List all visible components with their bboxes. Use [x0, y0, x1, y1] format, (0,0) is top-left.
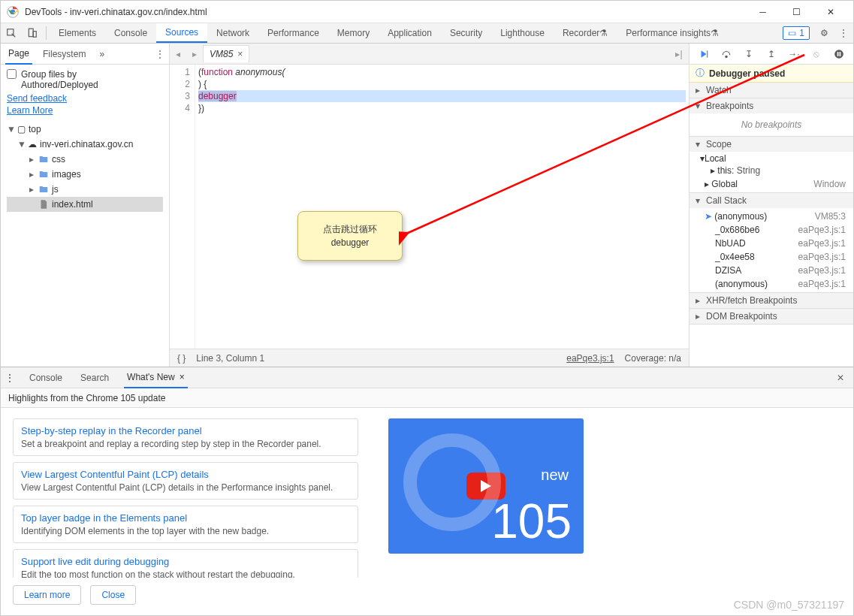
pause-exceptions-button[interactable]	[831, 46, 847, 62]
scope-local[interactable]: ▾Local	[690, 153, 853, 164]
whatsnew-card[interactable]: View Largest Contentful Paint (LCP) deta…	[13, 462, 358, 500]
card-title: Step-by-step replay in the Recorder pane…	[21, 425, 350, 436]
whatsnew-card[interactable]: Top layer badge in the Elements panelIde…	[13, 506, 358, 543]
source-link[interactable]: eaPqe3.js:1	[566, 353, 614, 364]
tab-console[interactable]: Console	[105, 23, 156, 43]
svg-rect-4	[33, 32, 36, 38]
navigator-tab-page[interactable]: Page	[5, 44, 32, 65]
tab-lighthouse[interactable]: Lighthouse	[491, 23, 554, 43]
promo-video[interactable]: new 105	[388, 418, 584, 554]
card-title: Top layer badge in the Elements panel	[21, 512, 350, 524]
tab-network[interactable]: Network	[207, 23, 258, 43]
kebab-icon[interactable]: ⋮	[834, 23, 853, 43]
scope-global[interactable]: ▸ GlobalWindow	[690, 177, 853, 191]
close-window-button[interactable]: ✕	[813, 1, 847, 23]
whatsnew-card[interactable]: Support live edit during debuggingEdit t…	[13, 549, 358, 578]
line-number-3: 3	[171, 90, 190, 102]
editor-nav-fwd[interactable]: ▸	[186, 49, 203, 59]
scope-global-label: Global	[711, 179, 738, 189]
line-number-2: 2	[171, 78, 190, 90]
tree-folder-css[interactable]: ▸css	[7, 152, 163, 167]
pretty-print-icon[interactable]: { }	[177, 353, 186, 364]
tab-sources[interactable]: Sources	[156, 23, 207, 43]
drawer-kebab-icon[interactable]: ⋮	[5, 373, 14, 383]
callstack-row[interactable]: DZISAeaPqe3.js:1	[690, 264, 853, 277]
messages-badge[interactable]: ▭1	[783, 26, 810, 40]
callstack-row[interactable]: (anonymous)eaPqe3.js:1	[690, 277, 853, 291]
close-icon[interactable]: ×	[237, 49, 243, 59]
info-icon: ⓘ	[696, 67, 705, 80]
line-number-4: 4	[171, 102, 190, 114]
whatsnew-card[interactable]: Step-by-step replay in the Recorder pane…	[13, 418, 358, 456]
scope-this[interactable]: ▸ this: String	[690, 164, 853, 177]
close-button[interactable]: Close	[90, 585, 136, 605]
step-button[interactable]: →·	[786, 46, 802, 62]
pane-watch[interactable]: ▸Watch	[690, 83, 853, 98]
cursor-position: Line 3, Column 1	[196, 353, 264, 364]
card-desc: Identifying DOM elements in the top laye…	[21, 526, 350, 536]
tree-folder-images-label: images	[52, 169, 81, 180]
tab-performance[interactable]: Performance	[258, 23, 328, 43]
callstack-row[interactable]: NbUADeaPqe3.js:1	[690, 237, 853, 250]
step-over-button[interactable]	[718, 46, 735, 62]
pane-scope-label: Scope	[706, 139, 732, 149]
step-out-button[interactable]: ↥	[763, 46, 780, 62]
messages-count: 1	[799, 28, 804, 38]
minimize-button[interactable]: ─	[746, 1, 780, 23]
overflow-icon[interactable]: »	[99, 49, 104, 59]
maximize-button[interactable]: ☐	[780, 1, 813, 23]
navigator-tab-filesystem[interactable]: Filesystem	[40, 44, 89, 64]
code-l3: debugger	[198, 91, 237, 101]
drawer-subtitle: Highlights from the Chrome 105 update	[1, 388, 853, 408]
tab-memory[interactable]: Memory	[328, 23, 379, 43]
tree-file-index[interactable]: index.html	[7, 197, 163, 212]
device-toggle-icon[interactable]	[22, 23, 43, 43]
send-feedback-link[interactable]: Send feedback	[7, 93, 163, 104]
pane-callstack[interactable]: ▾Call Stack	[690, 193, 853, 208]
pane-xhr[interactable]: ▸XHR/fetch Breakpoints	[690, 293, 853, 308]
tab-perf-insights[interactable]: Performance insights ⚗	[617, 23, 728, 43]
drawer-tab-search[interactable]: Search	[77, 368, 112, 388]
pane-breakpoints[interactable]: ▾Breakpoints	[690, 98, 853, 113]
settings-icon[interactable]: ⚙	[814, 23, 834, 43]
learn-more-button[interactable]: Learn more	[13, 585, 81, 605]
card-desc: Set a breakpoint and replay a recording …	[21, 439, 350, 449]
tab-recorder[interactable]: Recorder ⚗	[554, 23, 617, 43]
callstack-row[interactable]: _0x686be6eaPqe3.js:1	[690, 223, 853, 237]
svg-rect-8	[837, 52, 839, 56]
pane-dom[interactable]: ▸DOM Breakpoints	[690, 309, 853, 324]
debugger-panel: ↧ ↥ →· ⦸ ⓘDebugger paused ▸Watch ▾Breakp…	[690, 44, 853, 367]
navigator-kebab-icon[interactable]: ⋮	[155, 49, 164, 59]
callstack-row[interactable]: ➤ (anonymous)VM85:3	[690, 210, 853, 223]
tree-domain[interactable]: ▼☁inv-veri.chinatax.gov.cn	[7, 137, 163, 152]
group-files-checkbox[interactable]	[7, 69, 17, 79]
tree-folder-js[interactable]: ▸js	[7, 182, 163, 197]
editor-tab-vm85[interactable]: VM85×	[203, 45, 249, 62]
annotation-callout: 点击跳过循环 debugger	[297, 211, 403, 261]
tree-folder-css-label: css	[52, 154, 65, 165]
inspect-icon[interactable]	[1, 23, 22, 43]
resume-button[interactable]	[696, 46, 712, 62]
editor-run-icon[interactable]: ▸|	[669, 49, 689, 59]
tab-application[interactable]: Application	[379, 23, 441, 43]
editor-nav-back[interactable]: ◂	[170, 49, 186, 59]
learn-more-link[interactable]: Learn More	[7, 105, 163, 116]
pane-scope[interactable]: ▾Scope	[690, 137, 853, 152]
drawer-close-icon[interactable]: ✕	[832, 373, 849, 383]
drawer-tab-whatsnew[interactable]: What's New×	[124, 367, 188, 388]
window-title: DevTools - inv-veri.chinatax.gov.cn/inde…	[25, 7, 746, 17]
close-icon[interactable]: ×	[180, 372, 185, 382]
tree-top[interactable]: ▼▢top	[7, 122, 163, 137]
debugger-paused-banner: ⓘDebugger paused	[690, 65, 853, 83]
deactivate-breakpoints-button[interactable]: ⦸	[808, 46, 825, 62]
code-area[interactable]: (function anonymous( ) { debugger })	[195, 65, 689, 349]
svg-point-7	[834, 50, 843, 59]
tab-security[interactable]: Security	[441, 23, 491, 43]
svg-rect-3	[29, 29, 33, 37]
tab-elements[interactable]: Elements	[50, 23, 105, 43]
tree-folder-images[interactable]: ▸images	[7, 167, 163, 182]
code-l1c: anonymous(	[233, 67, 285, 77]
callstack-row[interactable]: _0x4ee58eaPqe3.js:1	[690, 250, 853, 264]
step-into-button[interactable]: ↧	[741, 46, 757, 62]
drawer-tab-console[interactable]: Console	[26, 368, 65, 388]
